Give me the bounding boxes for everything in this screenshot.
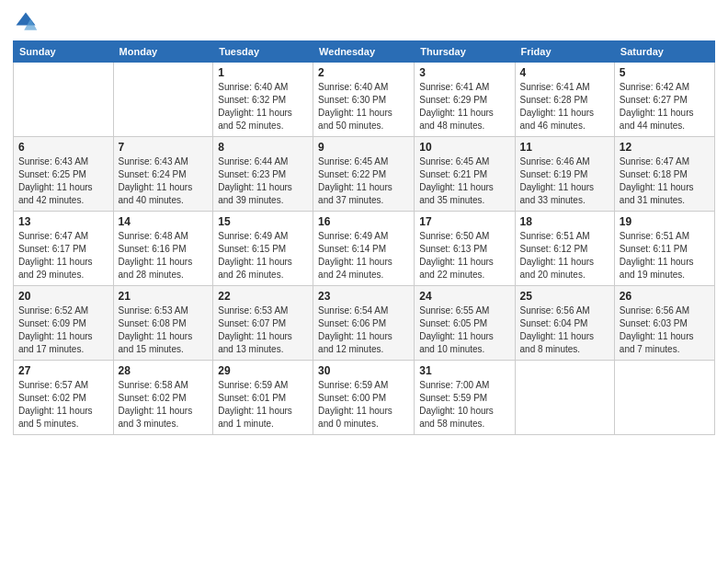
calendar-cell: 28Sunrise: 6:58 AMSunset: 6:02 PMDayligh… <box>113 361 213 435</box>
calendar-cell: 3Sunrise: 6:41 AMSunset: 6:29 PMDaylight… <box>415 63 515 137</box>
day-detail: Sunrise: 6:49 AMSunset: 6:14 PMDaylight:… <box>318 230 409 282</box>
calendar-cell: 2Sunrise: 6:40 AMSunset: 6:30 PMDaylight… <box>313 63 415 137</box>
header <box>13 9 715 35</box>
day-detail: Sunrise: 6:57 AMSunset: 6:02 PMDaylight:… <box>18 379 108 431</box>
day-number: 1 <box>218 66 308 79</box>
day-number: 20 <box>18 290 108 303</box>
day-detail: Sunrise: 6:40 AMSunset: 6:32 PMDaylight:… <box>218 81 308 132</box>
logo <box>13 9 42 35</box>
calendar-cell: 26Sunrise: 6:56 AMSunset: 6:03 PMDayligh… <box>614 286 714 361</box>
day-number: 4 <box>520 66 609 79</box>
day-detail: Sunrise: 6:48 AMSunset: 6:16 PMDaylight:… <box>119 230 209 282</box>
day-number: 5 <box>620 66 710 79</box>
weekday-header-wednesday: Wednesday <box>313 41 415 63</box>
day-number: 28 <box>119 364 209 377</box>
day-number: 2 <box>318 66 409 79</box>
calendar-cell: 20Sunrise: 6:52 AMSunset: 6:09 PMDayligh… <box>14 286 114 361</box>
calendar-cell: 6Sunrise: 6:43 AMSunset: 6:25 PMDaylight… <box>14 137 114 212</box>
day-number: 9 <box>318 141 409 154</box>
day-detail: Sunrise: 6:55 AMSunset: 6:05 PMDaylight:… <box>419 304 509 356</box>
day-number: 13 <box>18 215 108 228</box>
calendar-cell: 13Sunrise: 6:47 AMSunset: 6:17 PMDayligh… <box>14 212 114 286</box>
day-number: 26 <box>620 290 710 303</box>
calendar-cell: 17Sunrise: 6:50 AMSunset: 6:13 PMDayligh… <box>415 212 515 286</box>
calendar-cell: 5Sunrise: 6:42 AMSunset: 6:27 PMDaylight… <box>614 63 714 137</box>
day-number: 10 <box>419 141 509 154</box>
day-detail: Sunrise: 6:47 AMSunset: 6:18 PMDaylight:… <box>620 155 710 207</box>
weekday-header-thursday: Thursday <box>415 41 515 63</box>
day-number: 21 <box>119 290 209 303</box>
calendar-cell <box>113 63 213 137</box>
day-number: 16 <box>318 215 409 228</box>
day-detail: Sunrise: 6:45 AMSunset: 6:22 PMDaylight:… <box>318 155 409 207</box>
day-number: 15 <box>218 215 308 228</box>
day-detail: Sunrise: 6:54 AMSunset: 6:06 PMDaylight:… <box>318 304 409 356</box>
day-detail: Sunrise: 6:58 AMSunset: 6:02 PMDaylight:… <box>119 379 209 431</box>
day-detail: Sunrise: 6:52 AMSunset: 6:09 PMDaylight:… <box>18 304 108 356</box>
calendar-week-row: 20Sunrise: 6:52 AMSunset: 6:09 PMDayligh… <box>14 286 715 361</box>
day-number: 31 <box>419 364 509 377</box>
calendar-cell: 9Sunrise: 6:45 AMSunset: 6:22 PMDaylight… <box>313 137 415 212</box>
day-detail: Sunrise: 6:41 AMSunset: 6:28 PMDaylight:… <box>520 81 609 132</box>
calendar-week-row: 27Sunrise: 6:57 AMSunset: 6:02 PMDayligh… <box>14 361 715 435</box>
day-number: 14 <box>119 215 209 228</box>
day-number: 25 <box>520 290 609 303</box>
day-number: 3 <box>419 66 509 79</box>
day-detail: Sunrise: 6:46 AMSunset: 6:19 PMDaylight:… <box>520 155 609 207</box>
weekday-header-friday: Friday <box>515 41 614 63</box>
calendar-cell: 18Sunrise: 6:51 AMSunset: 6:12 PMDayligh… <box>515 212 614 286</box>
calendar-cell: 19Sunrise: 6:51 AMSunset: 6:11 PMDayligh… <box>614 212 714 286</box>
day-number: 27 <box>18 364 108 377</box>
calendar-cell: 24Sunrise: 6:55 AMSunset: 6:05 PMDayligh… <box>415 286 515 361</box>
calendar-week-row: 13Sunrise: 6:47 AMSunset: 6:17 PMDayligh… <box>14 212 715 286</box>
weekday-header-tuesday: Tuesday <box>213 41 313 63</box>
day-detail: Sunrise: 6:56 AMSunset: 6:03 PMDaylight:… <box>620 304 710 356</box>
day-detail: Sunrise: 6:43 AMSunset: 6:25 PMDaylight:… <box>18 155 108 207</box>
calendar-cell: 31Sunrise: 7:00 AMSunset: 5:59 PMDayligh… <box>415 361 515 435</box>
calendar-cell: 10Sunrise: 6:45 AMSunset: 6:21 PMDayligh… <box>415 137 515 212</box>
weekday-header-sunday: Sunday <box>14 41 114 63</box>
day-detail: Sunrise: 6:53 AMSunset: 6:08 PMDaylight:… <box>119 304 209 356</box>
day-detail: Sunrise: 6:49 AMSunset: 6:15 PMDaylight:… <box>218 230 308 282</box>
logo-icon <box>13 9 39 35</box>
day-detail: Sunrise: 6:41 AMSunset: 6:29 PMDaylight:… <box>419 81 509 132</box>
day-detail: Sunrise: 6:59 AMSunset: 6:01 PMDaylight:… <box>218 379 308 431</box>
calendar-cell: 21Sunrise: 6:53 AMSunset: 6:08 PMDayligh… <box>113 286 213 361</box>
day-detail: Sunrise: 6:43 AMSunset: 6:24 PMDaylight:… <box>119 155 209 207</box>
calendar-cell <box>614 361 714 435</box>
day-detail: Sunrise: 7:00 AMSunset: 5:59 PMDaylight:… <box>419 379 509 431</box>
day-detail: Sunrise: 6:47 AMSunset: 6:17 PMDaylight:… <box>18 230 108 282</box>
day-number: 7 <box>119 141 209 154</box>
day-number: 19 <box>620 215 710 228</box>
weekday-header-saturday: Saturday <box>614 41 714 63</box>
weekday-header-monday: Monday <box>113 41 213 63</box>
calendar-week-row: 6Sunrise: 6:43 AMSunset: 6:25 PMDaylight… <box>14 137 715 212</box>
day-number: 11 <box>520 141 609 154</box>
calendar-cell: 27Sunrise: 6:57 AMSunset: 6:02 PMDayligh… <box>14 361 114 435</box>
day-detail: Sunrise: 6:50 AMSunset: 6:13 PMDaylight:… <box>419 230 509 282</box>
day-detail: Sunrise: 6:42 AMSunset: 6:27 PMDaylight:… <box>620 81 710 132</box>
day-detail: Sunrise: 6:51 AMSunset: 6:11 PMDaylight:… <box>620 230 710 282</box>
calendar-header-row: SundayMondayTuesdayWednesdayThursdayFrid… <box>14 41 715 63</box>
day-detail: Sunrise: 6:56 AMSunset: 6:04 PMDaylight:… <box>520 304 609 356</box>
day-detail: Sunrise: 6:44 AMSunset: 6:23 PMDaylight:… <box>218 155 308 207</box>
day-number: 8 <box>218 141 308 154</box>
calendar-cell <box>14 63 114 137</box>
day-number: 24 <box>419 290 509 303</box>
day-number: 18 <box>520 215 609 228</box>
day-detail: Sunrise: 6:51 AMSunset: 6:12 PMDaylight:… <box>520 230 609 282</box>
calendar-cell: 25Sunrise: 6:56 AMSunset: 6:04 PMDayligh… <box>515 286 614 361</box>
calendar-cell: 1Sunrise: 6:40 AMSunset: 6:32 PMDaylight… <box>213 63 313 137</box>
calendar-cell: 12Sunrise: 6:47 AMSunset: 6:18 PMDayligh… <box>614 137 714 212</box>
day-number: 29 <box>218 364 308 377</box>
calendar-cell: 23Sunrise: 6:54 AMSunset: 6:06 PMDayligh… <box>313 286 415 361</box>
calendar-cell: 16Sunrise: 6:49 AMSunset: 6:14 PMDayligh… <box>313 212 415 286</box>
calendar-cell <box>515 361 614 435</box>
page: SundayMondayTuesdayWednesdayThursdayFrid… <box>0 0 728 563</box>
day-detail: Sunrise: 6:53 AMSunset: 6:07 PMDaylight:… <box>218 304 308 356</box>
calendar-cell: 30Sunrise: 6:59 AMSunset: 6:00 PMDayligh… <box>313 361 415 435</box>
calendar-cell: 8Sunrise: 6:44 AMSunset: 6:23 PMDaylight… <box>213 137 313 212</box>
calendar-cell: 15Sunrise: 6:49 AMSunset: 6:15 PMDayligh… <box>213 212 313 286</box>
calendar-cell: 14Sunrise: 6:48 AMSunset: 6:16 PMDayligh… <box>113 212 213 286</box>
calendar-cell: 4Sunrise: 6:41 AMSunset: 6:28 PMDaylight… <box>515 63 614 137</box>
